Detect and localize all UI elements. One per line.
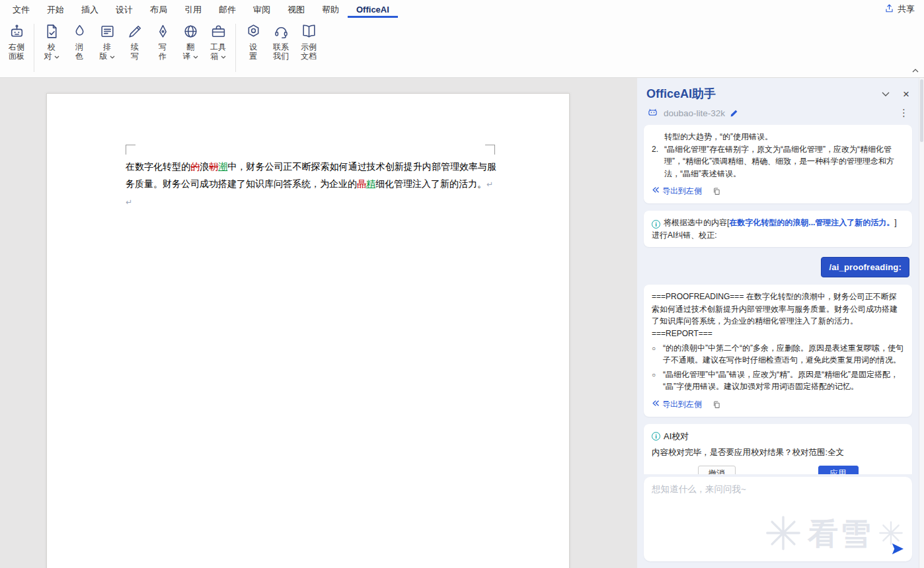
ribbon-button-label: 翻译 xyxy=(182,42,198,61)
ribbon-button-label: 校对 xyxy=(44,42,59,61)
export-icon xyxy=(652,185,660,197)
headset-icon xyxy=(273,21,289,41)
menu-tab-home[interactable]: 开始 xyxy=(38,0,73,18)
confirm-body: 内容校对完毕，是否要应用校对结果？校对范围:全文 xyxy=(652,446,904,459)
menu-tab-officeai[interactable]: OfficeAI xyxy=(348,0,398,18)
more-options-icon[interactable]: ⋮ xyxy=(899,107,909,119)
bullet-icon: ○ xyxy=(652,369,663,393)
robot-icon xyxy=(646,106,659,120)
copy-icon[interactable] xyxy=(712,400,720,409)
empty-paragraph: ↵ xyxy=(126,193,496,211)
close-icon[interactable]: × xyxy=(903,89,909,100)
chat-input[interactable] xyxy=(652,483,904,539)
application-window: 文件开始插入设计布局引用邮件审阅视图帮助OfficeAI 共享 右侧面板校对 润… xyxy=(0,0,924,568)
chevron-down-icon[interactable] xyxy=(882,92,890,96)
ribbon-button-proofread[interactable]: 校对 xyxy=(38,20,65,76)
report-bullet: ○“晶细化管理”中“晶”错误，应改为“精”。原因是“精细化”是固定搭配，“晶”字… xyxy=(652,369,904,393)
ribbon-button-writing[interactable]: 写作 xyxy=(149,20,176,76)
user-message-row: /ai_proofreading: xyxy=(644,254,912,277)
menu-tab-mailings[interactable]: 邮件 xyxy=(210,0,245,18)
export-icon xyxy=(652,398,660,411)
menu-tab-insert[interactable]: 插入 xyxy=(73,0,107,18)
list-item-text: “晶细化管理”存在错别字，原文为“晶细化管理”，应改为“精细化管理”，“精细化”… xyxy=(664,143,904,180)
edit-model-icon[interactable] xyxy=(730,109,738,118)
deleted-text: 的 xyxy=(190,161,200,172)
ribbon-separator xyxy=(235,24,236,72)
proofreading-body: ===PROOFREADING=== 在数字化转型的浪潮中，财务公司正不断探索如… xyxy=(652,291,904,339)
scrollbar-thumb[interactable] xyxy=(920,79,923,142)
ribbon-button-right-panel[interactable]: 右侧面板 xyxy=(3,20,30,76)
bullet-icon: ○ xyxy=(652,342,663,367)
menu-tab-review[interactable]: 审阅 xyxy=(245,0,279,18)
officeai-panel: OfficeAI助手 × doubao-lite-32k ⋮ xyxy=(637,78,919,568)
info-icon: i xyxy=(652,432,660,441)
ribbon-button-continue-writing[interactable]: 续写 xyxy=(121,20,149,76)
export-to-left-button[interactable]: 导出到左侧 xyxy=(652,185,702,197)
body-text: 浪 xyxy=(200,161,209,172)
layout-icon xyxy=(99,21,116,41)
paragraph-mark: ↵ xyxy=(126,197,132,207)
robot-icon xyxy=(9,21,25,41)
chat-area[interactable]: 转型的大趋势，“的”使用错误。 2. “晶细化管理”存在错别字，原文为“晶细化管… xyxy=(637,125,919,474)
model-selector-row: doubao-lite-32k ⋮ xyxy=(637,104,919,125)
menu-tab-design[interactable]: 设计 xyxy=(107,0,141,18)
document-paragraph: 在数字化转型的的浪朝潮中，财务公司正不断探索如何通过技术创新提升内部管理效率与服… xyxy=(126,158,496,193)
document-area[interactable]: 在数字化转型的的浪朝潮中，财务公司正不断探索如何通过技术创新提升内部管理效率与服… xyxy=(0,78,637,568)
menubar: 文件开始插入设计布局引用邮件审阅视图帮助OfficeAI 共享 xyxy=(0,0,924,18)
ribbon-button-translate[interactable]: 翻译 xyxy=(176,20,204,76)
assistant-message-history: 转型的大趋势，“的”使用错误。 2. “晶细化管理”存在错别字，原文为“晶细化管… xyxy=(644,125,912,203)
inserted-text: 精 xyxy=(366,178,375,189)
undo-button[interactable]: 撤消 xyxy=(698,466,736,474)
send-icon[interactable] xyxy=(891,543,904,557)
deleted-text: 朝 xyxy=(209,161,218,172)
ribbon-button-sample-doc[interactable]: 示例文档 xyxy=(295,20,323,76)
droplet-icon xyxy=(71,21,88,41)
menu-tab-page-layout[interactable]: 布局 xyxy=(141,0,176,18)
ribbon-buttons: 右侧面板校对 润色排版 续写写作翻译 工具箱 设置联系我们示例文档 xyxy=(3,20,323,76)
menubar-tabs: 文件开始插入设计布局引用邮件审阅视图帮助OfficeAI xyxy=(4,0,398,18)
pen-icon xyxy=(155,21,171,41)
body-text: 细化管理注入了新的活力。 xyxy=(375,178,486,189)
copy-icon[interactable] xyxy=(712,187,720,195)
ai-proofread-confirm-card: i AI校对 内容校对完毕，是否要应用校对结果？校对范围:全文 撤消 应用 xyxy=(644,424,912,475)
bullet-text: “的的浪朝中”中第二个“的”多余，应删除。原因是表述重复啰嗦，使句子不通顺。建议… xyxy=(663,342,904,367)
info-icon: i xyxy=(652,220,660,229)
notice-prefix: 将根据选中的内容[ xyxy=(664,218,729,227)
panel-header: OfficeAI助手 × xyxy=(637,78,919,104)
collapse-ribbon-icon[interactable] xyxy=(912,63,919,75)
chevron-down-icon xyxy=(54,52,59,61)
ribbon-button-contact-us[interactable]: 联系我们 xyxy=(267,20,295,76)
chevron-down-icon xyxy=(110,52,115,61)
document-page[interactable]: 在数字化转型的的浪朝潮中，财务公司正不断探索如何通过技术创新提升内部管理效率与服… xyxy=(46,93,570,568)
ribbon-button-settings[interactable]: 设置 xyxy=(239,20,267,76)
user-command-bubble[interactable]: /ai_proofreading: xyxy=(821,257,909,277)
ribbon-button-toolbox[interactable]: 工具箱 xyxy=(204,20,232,76)
window-scrollbar[interactable] xyxy=(919,78,924,568)
ribbon-button-polish[interactable]: 润色 xyxy=(65,20,93,76)
ribbon-button-typeset[interactable]: 排版 xyxy=(93,20,121,76)
gear-icon xyxy=(245,21,262,41)
share-icon xyxy=(884,3,894,15)
inserted-text: 潮 xyxy=(218,161,227,172)
ribbon-button-label: 续写 xyxy=(131,42,139,61)
ribbon-button-label: 设置 xyxy=(249,42,257,61)
ribbon: 右侧面板校对 润色排版 续写写作翻译 工具箱 设置联系我们示例文档 xyxy=(0,18,924,78)
menu-tab-help[interactable]: 帮助 xyxy=(313,0,348,18)
assistant-message-result: ===PROOFREADING=== 在数字化转型的浪潮中，财务公司正不断探索如… xyxy=(644,285,912,416)
ribbon-button-label: 写作 xyxy=(159,42,167,61)
document-text[interactable]: 在数字化转型的的浪朝潮中，财务公司正不断探索如何通过技术创新提升内部管理效率与服… xyxy=(126,158,496,211)
model-name[interactable]: doubao-lite-32k xyxy=(664,108,725,118)
export-to-left-button[interactable]: 导出到左侧 xyxy=(652,398,702,411)
ribbon-button-label: 工具箱 xyxy=(210,42,226,61)
menu-tab-references[interactable]: 引用 xyxy=(176,0,210,18)
menu-tab-file[interactable]: 文件 xyxy=(4,0,38,18)
chevron-down-icon xyxy=(221,52,226,61)
bullet-text: “晶细化管理”中“晶”错误，应改为“精”。原因是“精细化”是固定搭配，“晶”字使… xyxy=(663,369,904,393)
share-button[interactable]: 共享 xyxy=(884,0,924,18)
apply-button[interactable]: 应用 xyxy=(818,466,859,474)
menu-tab-view[interactable]: 视图 xyxy=(279,0,313,18)
deleted-text: 晶 xyxy=(357,178,366,189)
globe-icon xyxy=(182,21,199,41)
share-label: 共享 xyxy=(898,3,915,15)
body-text: 在数字化转型的 xyxy=(126,161,190,172)
